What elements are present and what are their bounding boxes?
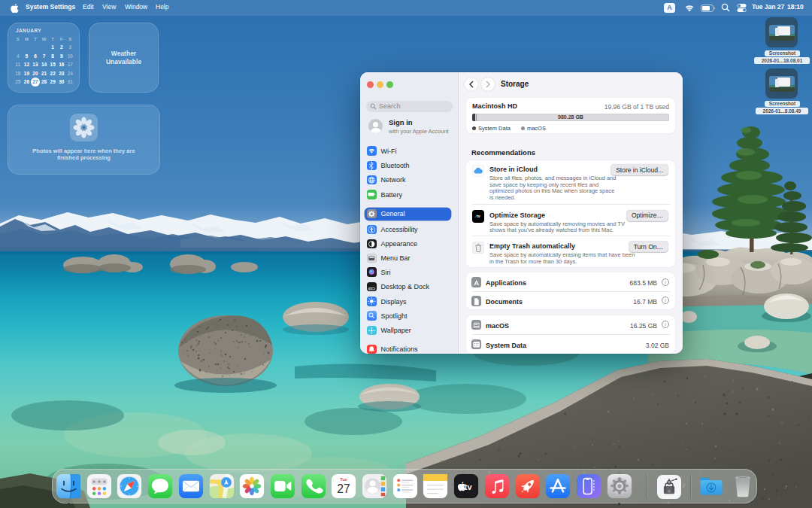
svg-text:⌂: ⌂: [668, 488, 670, 493]
svg-text:tv: tv: [476, 214, 480, 218]
svg-text:27: 27: [338, 482, 350, 494]
svg-text:tv: tv: [465, 482, 473, 491]
svg-text:Tue: Tue: [341, 476, 347, 481]
